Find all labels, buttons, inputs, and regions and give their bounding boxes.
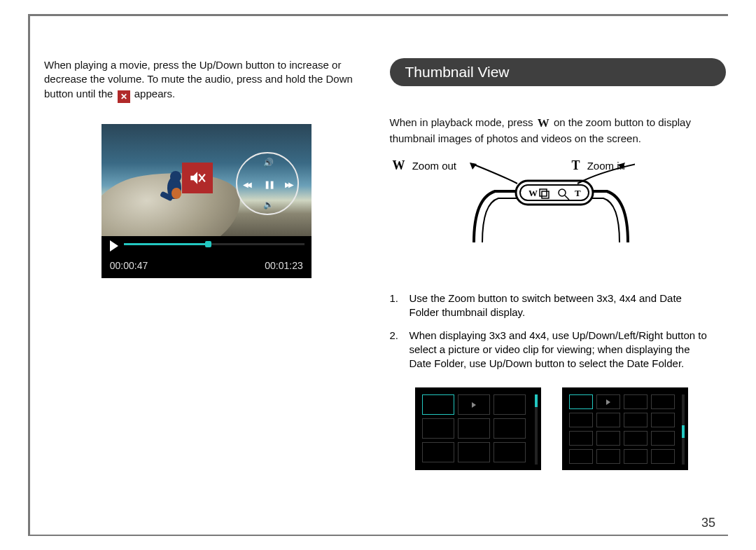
thumb-cell	[422, 442, 454, 462]
time-elapsed: 00:00:47	[110, 260, 148, 271]
thumb-cell	[493, 442, 526, 462]
para-text-before: When playing a movie, press the Up/Down …	[44, 59, 353, 99]
instruction-list: 1. Use the Zoom button to switch between…	[390, 291, 715, 371]
list-item: 2. When displaying 3x3 and 4x4, use Up/D…	[390, 329, 715, 371]
list-item: 1. Use the Zoom button to switch between…	[390, 291, 715, 320]
left-column: When playing a movie, press the Up/Down …	[44, 58, 369, 535]
thumb-cell	[569, 431, 593, 446]
list-text: Use the Zoom button to switch between 3x…	[410, 291, 715, 320]
scrollbar	[682, 394, 685, 465]
page-number: 35	[701, 516, 715, 530]
scrollbar	[535, 394, 538, 465]
camera-top-illustration: W T	[467, 160, 635, 244]
thumbnail-4x4-panel	[562, 387, 688, 470]
thumb-cell	[569, 413, 593, 427]
page-frame: When playing a movie, press the Up/Down …	[28, 14, 728, 536]
play-icon	[110, 240, 118, 252]
thumb-cell-selected	[569, 394, 593, 409]
thumb-cell-selected	[422, 394, 454, 415]
thumb-cell	[596, 449, 620, 464]
svg-text:T: T	[575, 188, 581, 198]
thumb-cell	[624, 394, 648, 409]
scrollbar-thumb	[535, 394, 538, 407]
dpad-volume-up-icon	[261, 155, 276, 170]
mute-icon	[118, 90, 130, 103]
para-text-after: appears.	[134, 88, 175, 99]
w-glyph-inline: W	[538, 116, 550, 132]
progress-fill	[124, 243, 205, 245]
thumb-cell	[651, 413, 675, 427]
zoom-out-label: W Zoom out	[393, 158, 457, 173]
thumb-cell-video	[458, 394, 490, 415]
thumb-cell	[458, 418, 490, 439]
thumbnail-3x3-panel	[415, 387, 541, 470]
thumbnail-intro: When in playback mode, press W on the zo…	[390, 116, 715, 146]
thumb-cell	[458, 442, 490, 462]
lcd-progress-bar-area: 00:00:47 00:01:23	[102, 236, 312, 278]
dpad-forward-icon	[281, 177, 296, 193]
dpad-rewind-icon	[239, 177, 254, 193]
progress-handle	[205, 241, 211, 247]
thumb-cell	[651, 394, 675, 409]
w-glyph: W	[393, 158, 405, 172]
thumb-cell	[493, 418, 526, 439]
list-number: 1.	[390, 291, 402, 320]
lcd-photo-area	[102, 124, 312, 236]
dpad-overlay	[236, 152, 299, 215]
thumb-cell	[422, 418, 454, 439]
time-total: 00:01:23	[265, 260, 303, 271]
list-number: 2.	[390, 329, 402, 371]
zoom-out-text: Zoom out	[412, 160, 456, 172]
scrollbar-thumb	[682, 425, 685, 438]
dpad-volume-down-icon	[261, 197, 276, 212]
thumb-cell	[569, 449, 593, 464]
thumb-cell	[624, 413, 648, 427]
thumb-cell	[493, 394, 526, 415]
progress-track	[124, 243, 304, 245]
movie-volume-paragraph: When playing a movie, press the Up/Down …	[44, 58, 369, 103]
thumbnail-panels	[390, 387, 715, 470]
svg-text:W: W	[528, 188, 538, 198]
dpad-pause-icon	[261, 177, 276, 193]
mute-overlay-icon	[182, 163, 213, 193]
section-heading: Thumbnail View	[390, 58, 726, 86]
thumb-cell	[624, 431, 648, 446]
thumb-cell-video	[596, 394, 620, 409]
thumb-cell	[596, 413, 620, 427]
zoom-diagram: W Zoom out T Zoom in W T	[390, 158, 715, 249]
list-text: When displaying 3x3 and 4x4, use Up/Down…	[410, 329, 715, 371]
intro-before: When in playback mode, press	[390, 116, 533, 128]
right-column: Thumbnail View When in playback mode, pr…	[390, 58, 715, 535]
thumb-cell	[596, 431, 620, 446]
svg-marker-10	[470, 163, 477, 170]
thumb-cell	[651, 431, 675, 446]
thumb-cell	[624, 449, 648, 464]
thumb-cell	[651, 449, 675, 464]
camera-lcd-illustration: 00:00:47 00:01:23	[102, 124, 312, 278]
